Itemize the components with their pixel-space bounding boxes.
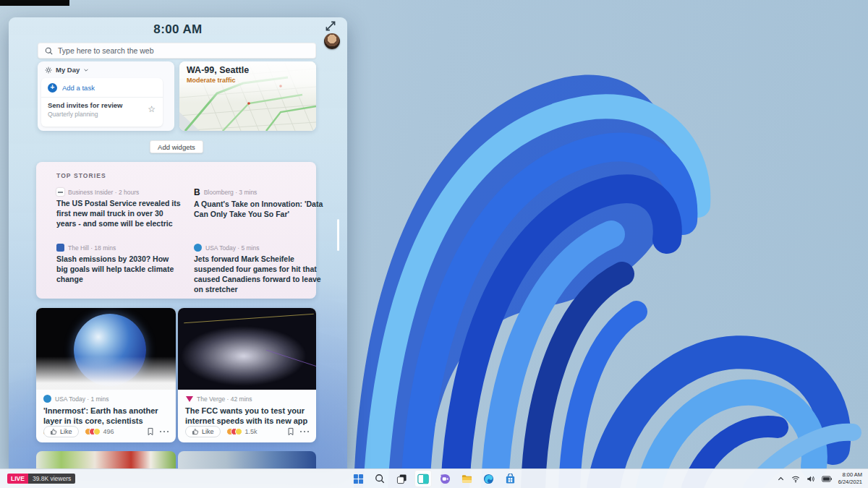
story-item[interactable]: The Hill · 18 mins Slash emissions by 20… (56, 244, 181, 285)
clock-date: 6/24/2021 (838, 479, 862, 486)
plus-icon: + (48, 83, 57, 93)
task-item[interactable]: Send invites for review Quarterly planni… (41, 98, 163, 118)
the-hill-icon (56, 244, 64, 252)
desktop: 8:00 AM Type here to search the web (0, 0, 868, 488)
file-explorer-button[interactable] (458, 470, 475, 487)
reaction-count: 1.5k (245, 428, 258, 435)
my-day-header[interactable]: My Day (38, 61, 174, 74)
search-icon (375, 474, 385, 484)
user-avatar[interactable] (324, 33, 340, 49)
partial-news-card[interactable] (178, 451, 316, 468)
panel-time-header: 8:00 AM (9, 22, 347, 37)
windows-bloom-wallpaper (346, 0, 868, 488)
viewer-count: 39.8K viewers (28, 474, 75, 484)
traffic-title: WA-99, Seattle (187, 65, 249, 75)
video-artifact-bar (0, 0, 69, 6)
edge-icon (483, 474, 494, 484)
partial-news-card[interactable] (36, 451, 176, 468)
start-button[interactable] (349, 470, 367, 487)
my-day-title: My Day (56, 66, 80, 74)
chat-icon (440, 474, 451, 484)
more-options-icon[interactable] (160, 431, 169, 433)
store-button[interactable] (501, 470, 519, 487)
earth-image (36, 308, 176, 390)
story-headline: The US Postal Service revealed its first… (56, 199, 181, 229)
more-options-icon[interactable] (300, 431, 310, 433)
like-button[interactable]: Like (43, 426, 79, 437)
top-stories-widget: TOP STORIES Business Insider · 2 hours T… (36, 162, 316, 299)
star-icon[interactable]: ☆ (148, 104, 156, 114)
chat-button[interactable] (436, 470, 454, 487)
wifi-icon[interactable] (791, 475, 800, 483)
web-search-input[interactable]: Type here to search the web (38, 43, 316, 59)
like-button[interactable]: Like (185, 426, 221, 437)
reaction-cluster[interactable]: 1.5k (226, 428, 258, 435)
story-item[interactable]: B Bloomberg · 3 mins A Quant's Take on I… (194, 188, 324, 220)
widgets-panel: 8:00 AM Type here to search the web (9, 17, 347, 468)
store-icon (505, 474, 516, 484)
story-item[interactable]: Business Insider · 2 hours The US Postal… (56, 188, 181, 229)
live-stream-badge: LIVE 39.8K viewers (7, 474, 75, 484)
taskbar: 8:00 AM 6/24/2021 (0, 468, 868, 488)
clock-time: 8:00 AM (838, 471, 862, 479)
story-item[interactable]: USA Today · 5 mins Jets forward Mark Sch… (194, 244, 324, 294)
battery-icon[interactable] (822, 476, 832, 482)
news-card-fcc[interactable]: The Verge · 42 mins The FCC wants you to… (178, 308, 316, 442)
my-day-widget: My Day + Add a task Send invites for rev… (38, 61, 174, 131)
add-widgets-button[interactable]: Add widgets (150, 140, 203, 153)
my-day-task-list: + Add a task Send invites for review Qua… (41, 78, 163, 127)
thumbs-up-icon (192, 428, 199, 435)
story-meta: Bloomberg · 3 mins (204, 189, 258, 196)
chevron-down-icon (83, 67, 89, 73)
search-icon (45, 47, 53, 55)
reaction-count: 496 (103, 428, 114, 435)
tray-chevron-up-icon[interactable] (777, 475, 785, 483)
news-meta: USA Today · 1 mins (55, 395, 109, 403)
business-insider-icon (56, 188, 64, 196)
panel-scrollbar[interactable] (337, 219, 339, 251)
story-meta: USA Today · 5 mins (205, 244, 260, 252)
task-view-icon (396, 474, 407, 484)
like-label: Like (202, 428, 214, 435)
volume-icon[interactable] (807, 475, 815, 483)
add-task-button[interactable]: + Add a task (41, 78, 163, 98)
top-stories-header: TOP STORIES (56, 172, 106, 179)
traffic-widget[interactable]: WA-99, Seattle Moderate traffic (179, 61, 316, 131)
gear-icon (45, 67, 52, 74)
like-label: Like (60, 428, 72, 435)
story-headline: Slash emissions by 2030? How big goals w… (56, 254, 181, 285)
bloomberg-icon: B (194, 188, 200, 197)
file-explorer-icon (461, 474, 472, 484)
widgets-button[interactable] (414, 470, 432, 487)
usa-today-icon (194, 244, 202, 252)
story-meta: The Hill · 18 mins (68, 244, 116, 252)
task-view-button[interactable] (393, 470, 410, 487)
add-task-label: Add a task (62, 84, 95, 92)
news-headline: The FCC wants you to test your internet … (185, 406, 309, 427)
edge-button[interactable] (480, 470, 497, 487)
usa-today-icon (43, 395, 51, 403)
live-label: LIVE (7, 474, 28, 484)
story-headline: Jets forward Mark Scheifele suspended fo… (194, 254, 324, 294)
expand-panel-icon[interactable] (324, 20, 337, 33)
story-headline: A Quant's Take on Innovation: 'Data Can … (194, 200, 324, 220)
bookmark-icon[interactable] (147, 427, 154, 436)
taskbar-clock[interactable]: 8:00 AM 6/24/2021 (838, 471, 862, 486)
search-placeholder: Type here to search the web (58, 46, 154, 55)
thumbs-up-icon (50, 428, 57, 435)
start-icon (353, 474, 364, 484)
the-verge-icon (185, 395, 193, 403)
news-card-earth[interactable]: USA Today · 1 mins 'Innermost': Earth ha… (36, 308, 176, 442)
task-title: Send invites for review (48, 101, 163, 109)
story-meta: Business Insider · 2 hours (68, 189, 139, 196)
bookmark-icon[interactable] (287, 427, 294, 436)
news-meta: The Verge · 42 mins (197, 395, 252, 403)
taskbar-search-button[interactable] (371, 470, 388, 487)
widgets-icon (417, 474, 429, 484)
reaction-cluster[interactable]: 496 (85, 428, 114, 435)
us-map-image (178, 308, 316, 390)
traffic-status: Moderate traffic (187, 77, 236, 84)
task-subtitle: Quarterly planning (48, 111, 163, 118)
